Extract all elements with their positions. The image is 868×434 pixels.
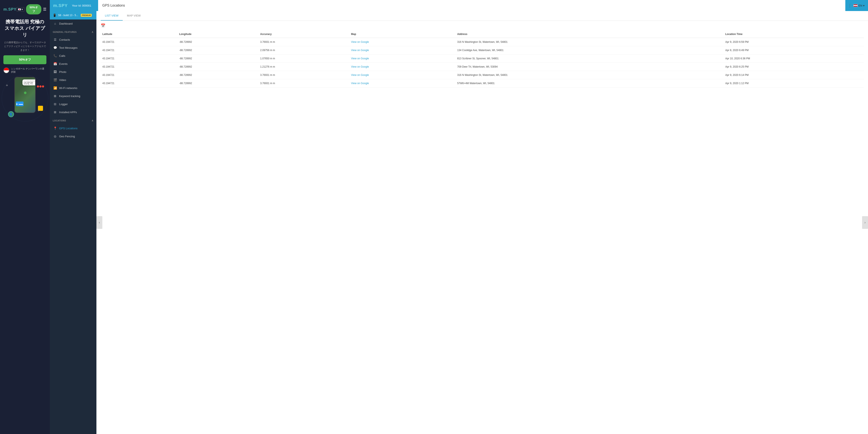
- play-button: ▶ ▬▬: [16, 101, 24, 106]
- chat-text: Last night was amazing. This: [24, 82, 36, 85]
- nav-arrow-left[interactable]: ‹: [96, 216, 102, 229]
- phone-map: ann_white @whiterabbit Last night was am…: [15, 78, 35, 113]
- sidebar-label-text-messages: Text Messages: [59, 46, 78, 50]
- photo-icon: 🖼: [53, 70, 57, 73]
- us-flag-icon: [854, 4, 858, 7]
- locations-header[interactable]: LOCATIONS ∧: [50, 117, 96, 124]
- table-row: 43.194721 -88.728992 3.76931 m m View on…: [101, 71, 864, 79]
- language-selector[interactable]: EN ▾: [854, 4, 865, 7]
- sidebar-item-video[interactable]: 🎬 Video: [50, 76, 96, 84]
- view-on-google-link[interactable]: View on Google: [351, 49, 369, 52]
- view-on-google-link[interactable]: View on Google: [351, 73, 369, 76]
- view-on-google-link[interactable]: View on Google: [351, 82, 369, 85]
- calendar-icon[interactable]: 📅: [101, 23, 105, 28]
- col-latitude: Latitude: [101, 31, 177, 38]
- sidebar-label-gps: GPS Locations: [59, 127, 78, 130]
- hamburger-button[interactable]: ☰: [43, 7, 46, 12]
- table-row: 43.194721 -88.728992 2.09756 m m View on…: [101, 46, 864, 55]
- sidebar-item-logger[interactable]: ⊟ Logger: [50, 100, 96, 108]
- lang-chevron: ▾: [863, 4, 865, 7]
- sidebar-label-photo: Photo: [59, 70, 66, 73]
- data-table: Latitude Longitude Accuracy Map Address …: [96, 31, 868, 434]
- cell-location-time: Apr 9, 2020 6:59 PM: [723, 38, 864, 46]
- cell-longitude: -88.728992: [177, 38, 258, 46]
- dots-menu-button[interactable]: ⋮: [848, 3, 852, 8]
- cell-location-time: Apr 9, 2020 1:12 PM: [723, 79, 864, 88]
- sidebar-label-wifi: Wi-Fi networks: [59, 87, 78, 90]
- cell-map[interactable]: View on Google: [349, 71, 456, 79]
- left-promo-panel: m.SPY 🇯🇵 ▾ 50%オフ ☰ 携帯電話用 究極のスマホス パイアプリ ど…: [0, 0, 50, 434]
- lang-label: EN: [859, 4, 862, 7]
- sidebar-label-dashboard: Dashboard: [59, 22, 73, 25]
- sidebar-label-logger: Logger: [59, 102, 68, 106]
- top-bar: m.SPY Your Id: 000001 GPS Locations ⋮ EN…: [50, 0, 868, 11]
- sg-flag-icon: [3, 67, 9, 73]
- sidebar-label-installed-apps: Installed APPs: [59, 111, 77, 114]
- col-accuracy: Accuracy: [258, 31, 349, 38]
- sidebar-item-geo-fencing[interactable]: ◎ Geo Fencing: [50, 132, 96, 140]
- cta-button[interactable]: 50%オフ: [3, 55, 46, 64]
- gps-icon: 📍: [53, 126, 57, 130]
- cell-latitude: 43.194721: [101, 55, 177, 63]
- cell-map[interactable]: View on Google: [349, 55, 456, 63]
- phone-screen: ann_white @whiterabbit Last night was am…: [14, 77, 36, 113]
- user-id: Your Id: 000001: [72, 4, 91, 7]
- device-row[interactable]: 📱 S8 - build 13 - 5... PREMIUM: [50, 11, 96, 20]
- flag-button[interactable]: 🇯🇵 ▾: [17, 7, 24, 12]
- logger-icon: ⊟: [53, 102, 57, 106]
- sidebar-label-calls: Calls: [59, 54, 65, 57]
- geo-fencing-icon: ◎: [53, 134, 57, 138]
- cell-location-time: Apr 9, 2020 6:14 PM: [723, 71, 864, 79]
- wifi-icon: 📶: [53, 86, 57, 90]
- events-icon: 📅: [53, 62, 57, 65]
- view-on-google-link[interactable]: View on Google: [351, 65, 369, 68]
- sidebar: 📱 S8 - build 13 - 5... PREMIUM ⌂ Dashboa…: [50, 11, 96, 434]
- cell-longitude: -88.728992: [177, 46, 258, 55]
- tab-list-view[interactable]: LIST VIEW: [101, 11, 123, 21]
- cell-latitude: 43.194721: [101, 63, 177, 71]
- installed-apps-icon: ⊞: [53, 111, 57, 114]
- sidebar-item-dashboard[interactable]: ⌂ Dashboard: [50, 20, 96, 28]
- cell-latitude: 43.194721: [101, 46, 177, 55]
- sidebar-item-wifi[interactable]: 📶 Wi-Fi networks: [50, 84, 96, 92]
- table-body: 43.194721 -88.728992 3.76931 m m View on…: [101, 38, 864, 88]
- nav-arrow-right[interactable]: ›: [862, 216, 868, 229]
- view-on-google-link[interactable]: View on Google: [351, 57, 369, 60]
- sidebar-item-keyword-tracking[interactable]: ⊞ Keyword tracking: [50, 92, 96, 100]
- map-pin: [24, 92, 27, 94]
- cell-map[interactable]: View on Google: [349, 38, 456, 46]
- cell-accuracy: 3.76931 m m: [258, 71, 349, 79]
- cell-map[interactable]: View on Google: [349, 46, 456, 55]
- tab-map-view[interactable]: MAP VIEW: [123, 11, 145, 21]
- sidebar-item-calls[interactable]: 📞 Calls: [50, 52, 96, 60]
- cell-accuracy: 3.76931 m m: [258, 79, 349, 88]
- cell-longitude: -88.728992: [177, 71, 258, 79]
- red-dot-2: [39, 85, 41, 88]
- col-map: Map: [349, 31, 456, 38]
- dashboard-icon: ⌂: [53, 22, 57, 25]
- cell-accuracy: 1.07650 m m: [258, 55, 349, 63]
- sidebar-item-events[interactable]: 📅 Events: [50, 60, 96, 68]
- col-address: Address: [456, 31, 723, 38]
- cell-map[interactable]: View on Google: [349, 63, 456, 71]
- table-row: 43.194721 -88.728992 1.21276 m m View on…: [101, 63, 864, 71]
- view-on-google-link[interactable]: View on Google: [351, 40, 369, 43]
- cell-longitude: -88.728992: [177, 79, 258, 88]
- left-logo: m.SPY: [3, 7, 17, 12]
- general-features-header[interactable]: GENERAL FEATURES ∧: [50, 28, 96, 36]
- main-content: ‹ LIST VIEW MAP VIEW 📅 Latitude Longitud…: [96, 11, 868, 434]
- avatar-float: 👤: [8, 111, 14, 117]
- cell-latitude: 43.194721: [101, 38, 177, 46]
- general-features-label: GENERAL FEATURES: [53, 31, 77, 33]
- sidebar-item-text-messages[interactable]: 💬 Text Messages: [50, 44, 96, 52]
- sidebar-item-contacts[interactable]: ☰ Contacts: [50, 36, 96, 44]
- singapore-badge: シンガポール ナンバーワンの選択肢: [3, 67, 46, 73]
- sidebar-item-installed-apps[interactable]: ⊞ Installed APPs: [50, 108, 96, 116]
- device-name: S8 - build 13 - 5...: [58, 14, 78, 17]
- discount-button[interactable]: 50%オフ: [26, 4, 41, 14]
- sidebar-item-photo[interactable]: 🖼 Photo: [50, 68, 96, 76]
- sidebar-label-geo-fencing: Geo Fencing: [59, 135, 75, 138]
- red-dot-1: [37, 85, 39, 88]
- sidebar-item-gps-locations[interactable]: 📍 GPS Locations: [50, 124, 96, 132]
- cell-map[interactable]: View on Google: [349, 79, 456, 88]
